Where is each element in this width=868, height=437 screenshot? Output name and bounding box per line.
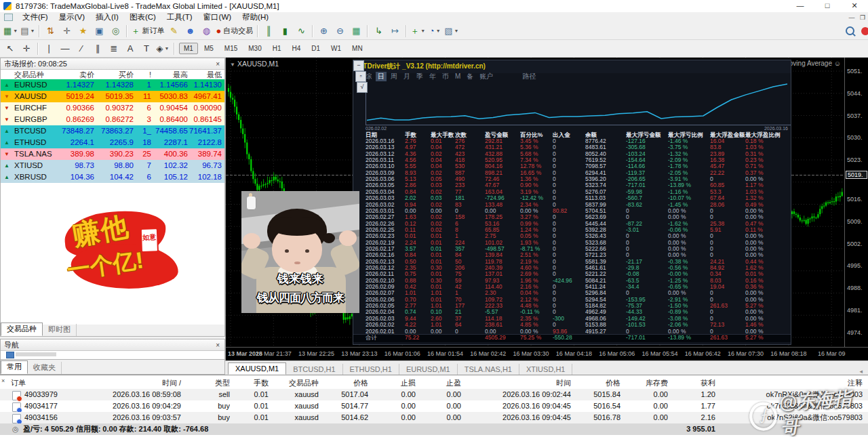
orders-column-header[interactable]: 手数 (233, 377, 269, 389)
market-row-ethusd[interactable]: ▲ETHUSD2264.12265.9182287.12122.8 (1, 137, 224, 148)
orders-column-header[interactable]: 获利 (671, 377, 715, 389)
zoom-out-button[interactable]: ⊖ (332, 24, 347, 39)
zoom-in-button[interactable]: ⊕ (316, 24, 331, 39)
market-row-eurusd[interactable]: ▲EURUSD1.143271.1432811.145661.14130 (1, 79, 224, 91)
terminal-button[interactable]: ▣ (92, 24, 106, 39)
templates-button[interactable]: ▧▼ (443, 24, 459, 39)
close-icon[interactable]: × (214, 341, 221, 349)
orders-column-header[interactable]: 时间 / (75, 377, 181, 389)
new-chart-button[interactable]: ▦▼ (3, 24, 18, 39)
market-row-btcusd[interactable]: ▲BTCUSD73848.2773863.271_74458.6571641.3… (1, 125, 224, 137)
label-tool[interactable]: T (139, 41, 154, 56)
metaeditor-button[interactable]: ✎ (166, 24, 181, 39)
vline-tool[interactable]: ∣ (41, 41, 56, 56)
chart-shift-button[interactable]: ↦ (387, 24, 402, 39)
stats-tab-备[interactable]: 备 (465, 72, 475, 81)
market-row-xbrusd[interactable]: ▲XBRUSD104.36104.426105.12102.18 (1, 171, 224, 183)
menu-item[interactable]: 图表(C) (124, 13, 161, 21)
timeframe-m30[interactable]: M30 (243, 43, 266, 54)
mdi-minimize-button[interactable]: — (846, 14, 857, 21)
order-row-49034156[interactable]: 490341562026.03.16 09:03:57buy0.01xauusd… (0, 412, 868, 423)
fibonacci-tool[interactable]: ≣ (106, 41, 121, 56)
autotrading-button[interactable]: ●自动交易 (215, 24, 254, 39)
stats-tab-周[interactable]: 周 (389, 72, 399, 81)
market-row-xtiusd[interactable]: ▲XTIUSD98.7398.807102.3296.73 (1, 160, 224, 171)
tab-交易品种[interactable]: 交易品种 (1, 322, 43, 336)
tile-windows-button[interactable]: ▦ (349, 24, 363, 39)
formula-button[interactable]: √ (357, 82, 368, 93)
crosshair-tool[interactable]: ✛ (19, 41, 34, 56)
chart-tab-xtiusd-h1[interactable]: XTIUSD,H1 (519, 364, 572, 375)
stats-tab-币[interactable]: 币 (440, 72, 451, 81)
candlestick-chart-button[interactable]: ▮ (277, 24, 292, 39)
timeframe-m5[interactable]: M5 (199, 43, 218, 54)
restore-button[interactable]: ▫ (355, 71, 366, 82)
auto-scroll-button[interactable]: ↳ (371, 24, 386, 39)
stats-tab-账户[interactable]: 账户 (477, 72, 495, 81)
stats-tab-季[interactable]: 季 (414, 72, 425, 81)
tab-scroll-left-icon[interactable]: ◂ (859, 368, 868, 375)
account-tree-icon[interactable] (6, 352, 14, 358)
tab-即时图[interactable]: 即时图 (43, 324, 77, 336)
periods-button[interactable]: ◔▼ (427, 24, 442, 39)
close-icon[interactable]: × (214, 60, 221, 68)
market-row-xauusd[interactable]: ▼XAUUSD5019.245019.35115030.834967.41 (1, 91, 224, 102)
cursor-tool[interactable]: ↖ (3, 41, 18, 56)
profiles-button[interactable]: ▤▼ (20, 24, 35, 39)
minimize-button[interactable]: — (787, 0, 814, 12)
stats-tab-日[interactable]: 日 (376, 72, 387, 81)
indicators-button[interactable]: ＋▼ (410, 24, 426, 39)
orders-column-header[interactable]: 类型 (184, 377, 230, 389)
stats-tab-年[interactable]: 年 (427, 72, 438, 81)
orders-column-header[interactable]: 订单 (11, 377, 72, 389)
chevron-down-icon[interactable]: ▼ (230, 62, 235, 68)
order-row-49034177[interactable]: 490341772026.03.16 09:04:29buy0.01xauusd… (0, 400, 868, 412)
timeframe-m1[interactable]: M1 (179, 43, 198, 54)
timeframe-m15[interactable]: M15 (220, 43, 242, 54)
shapes-tool[interactable]: ◈▼ (155, 41, 170, 56)
tab-收藏夹[interactable]: 收藏夹 (28, 362, 62, 374)
price-axis[interactable]: 5019. 5051.5044.5037.5030.5023.5016.5009… (844, 58, 868, 347)
timeframe-h1[interactable]: H1 (268, 43, 286, 54)
trendline-tool[interactable]: ∕ (74, 41, 89, 56)
text-tool[interactable]: A (123, 41, 138, 56)
chart-system-icon[interactable] (4, 14, 13, 21)
maximize-button[interactable]: □ (814, 0, 841, 12)
menu-item[interactable]: 文件(F) (17, 13, 54, 21)
chart-tab-eurusd-m1[interactable]: EURUSD,M1 (399, 364, 458, 375)
timeframe-d1[interactable]: D1 (307, 43, 325, 54)
community-button[interactable]: ☻ (182, 24, 197, 39)
timeframe-mn[interactable]: MN (347, 43, 368, 54)
menu-item[interactable]: 插入(I) (90, 13, 124, 21)
navigator-button[interactable]: ★ (75, 24, 90, 39)
orders-column-header[interactable]: 止损 (371, 377, 416, 389)
chart-tab-btcusd-h1[interactable]: BTCUSD,H1 (286, 364, 342, 375)
menu-item[interactable]: 显示(V) (54, 13, 90, 21)
alert-icon[interactable] (861, 27, 868, 35)
channel-tool[interactable]: ∥ (90, 41, 105, 56)
tab-常用[interactable]: 常用 (1, 360, 28, 374)
mdi-restore-button[interactable]: ❐ (857, 14, 868, 21)
orders-column-header[interactable]: 库存费 (623, 377, 668, 389)
menu-item[interactable]: 窗口(W) (198, 13, 237, 21)
chart-tab-xauusd-m1[interactable]: XAUUSD,M1 (228, 362, 286, 375)
stats-tab-M[interactable]: M (453, 72, 462, 80)
bar-chart-button[interactable]: ║ (261, 24, 276, 39)
news-button[interactable]: ◍ (199, 24, 214, 39)
timeframe-h4[interactable]: H4 (288, 43, 306, 54)
orders-column-header[interactable]: 价格 (321, 377, 368, 389)
close-button[interactable]: ✕ (841, 0, 868, 12)
stats-tab-路径[interactable]: 路径 (520, 72, 538, 81)
stats-tab-月[interactable]: 月 (401, 72, 412, 81)
menu-item[interactable]: 帮助(H) (237, 13, 274, 21)
market-row-tsla-nas[interactable]: ▼TSLA.NAS389.98390.2325400.36389.74 (1, 148, 224, 160)
chart-tab-tsla-nas-h1[interactable]: TSLA.NAS,H1 (458, 364, 519, 375)
minimize-button[interactable]: − (353, 60, 364, 71)
time-axis[interactable]: 13 Mar 202613 Mar 21:3713 Mar 22:2513 Ma… (226, 347, 868, 361)
market-watch-button[interactable]: ⇅ (43, 24, 58, 39)
market-row-eurgbp[interactable]: ▼EURGBP0.862690.8627230.864000.86145 (1, 114, 224, 125)
hline-tool[interactable]: — (58, 41, 73, 56)
new-order-button[interactable]: ＋新订单 (130, 24, 165, 39)
order-row-49033979[interactable]: 490339792026.03.16 08:59:08sell0.01xauus… (0, 389, 868, 400)
line-chart-button[interactable]: ∿ (294, 24, 309, 39)
